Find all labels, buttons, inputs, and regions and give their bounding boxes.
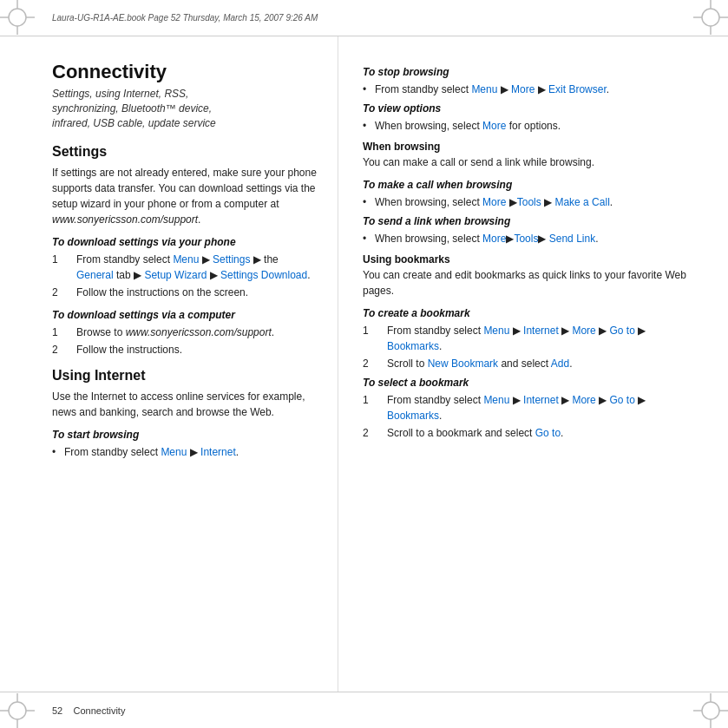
make-call-heading: To make a call when browsing: [363, 179, 693, 191]
footer-page-number: 52 Connectivity: [52, 705, 125, 716]
using-internet-body: Use the Internet to access online servic…: [52, 389, 317, 420]
footer-bar: 52 Connectivity: [0, 692, 728, 728]
settings-body: If settings are not already entered, mak…: [52, 165, 317, 227]
list-item: 2 Scroll to New Bookmark and select Add.: [363, 356, 693, 371]
list-item: 1 From standby select Menu ▶ Settings ▶ …: [52, 252, 317, 283]
list-item: 1 From standby select Menu ▶ Internet ▶ …: [363, 392, 693, 423]
page-subtitle: Settings, using Internet, RSS,synchroniz…: [52, 87, 317, 130]
list-item: From standby select Menu ▶ Internet.: [52, 444, 317, 460]
download-phone-steps: 1 From standby select Menu ▶ Settings ▶ …: [52, 252, 317, 300]
download-phone-heading: To download settings via your phone: [52, 236, 317, 248]
when-browsing-heading: When browsing: [363, 141, 693, 153]
list-item: When browsing, select More for options.: [363, 118, 693, 134]
create-bookmark-steps: 1 From standby select Menu ▶ Internet ▶ …: [363, 323, 693, 371]
page: Laura-UG-R1A-AE.book Page 52 Thursday, M…: [0, 0, 728, 728]
send-link-heading: To send a link when browsing: [363, 215, 693, 227]
page-title: Connectivity: [52, 61, 317, 83]
settings-heading: Settings: [52, 144, 317, 160]
start-browsing-bullets: From standby select Menu ▶ Internet.: [52, 444, 317, 460]
download-computer-heading: To download settings via a computer: [52, 309, 317, 321]
create-bookmark-heading: To create a bookmark: [363, 307, 693, 319]
list-item: When browsing, select More▶Tools▶ Send L…: [363, 231, 693, 246]
download-computer-steps: 1 Browse to www.sonyericsson.com/support…: [52, 325, 317, 357]
select-bookmark-steps: 1 From standby select Menu ▶ Internet ▶ …: [363, 392, 693, 441]
view-options-heading: To view options: [363, 102, 693, 115]
when-browsing-body: You can make a call or send a link while…: [363, 154, 693, 170]
list-item: 1 Browse to www.sonyericsson.com/support…: [52, 325, 317, 340]
list-item: 1 From standby select Menu ▶ Internet ▶ …: [363, 323, 693, 354]
using-bookmarks-heading: Using bookmarks: [363, 253, 693, 266]
list-item: When browsing, select More ▶Tools ▶ Make…: [363, 194, 693, 210]
header-text: Laura-UG-R1A-AE.book Page 52 Thursday, M…: [52, 13, 318, 23]
content-area: Connectivity Settings, using Internet, R…: [0, 36, 728, 692]
using-internet-heading: Using Internet: [52, 368, 317, 384]
start-browsing-heading: To start browsing: [52, 429, 317, 441]
list-item: 2 Follow the instructions.: [52, 342, 317, 357]
stop-browsing-heading: To stop browsing: [363, 66, 693, 78]
send-link-bullets: When browsing, select More▶Tools▶ Send L…: [363, 231, 693, 246]
stop-browsing-bullets: From standby select Menu ▶ More ▶ Exit B…: [363, 82, 693, 97]
view-options-bullets: When browsing, select More for options.: [363, 118, 693, 134]
list-item: From standby select Menu ▶ More ▶ Exit B…: [363, 82, 693, 97]
using-bookmarks-body: You can create and edit bookmarks as qui…: [363, 267, 693, 298]
make-call-bullets: When browsing, select More ▶Tools ▶ Make…: [363, 194, 693, 210]
header-bar: Laura-UG-R1A-AE.book Page 52 Thursday, M…: [0, 0, 728, 36]
left-column: Connectivity Settings, using Internet, R…: [0, 36, 338, 692]
list-item: 2 Follow the instructions on the screen.: [52, 285, 317, 300]
right-column: To stop browsing From standby select Men…: [338, 36, 728, 692]
list-item: 2 Scroll to a bookmark and select Go to.: [363, 425, 693, 441]
select-bookmark-heading: To select a bookmark: [363, 377, 693, 389]
